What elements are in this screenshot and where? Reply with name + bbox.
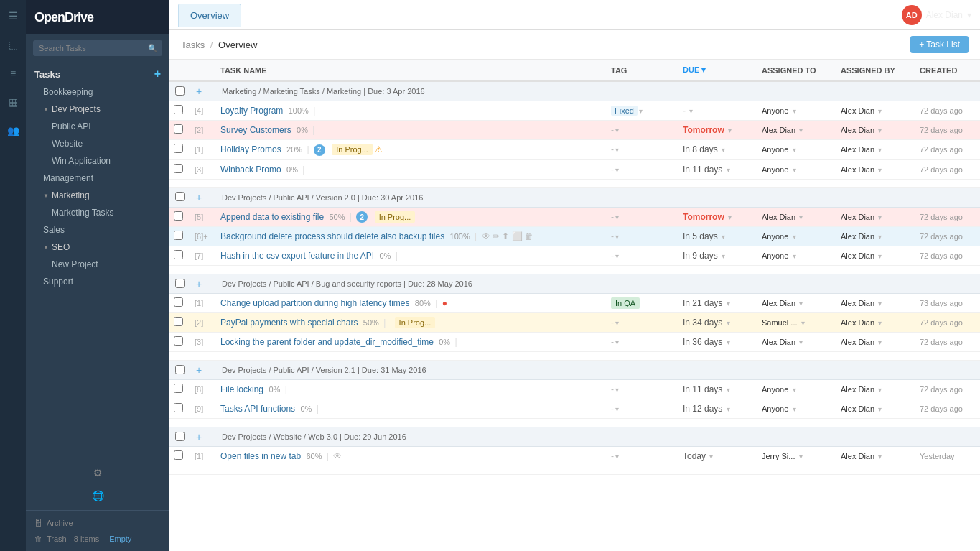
empty-trash-link[interactable]: Empty — [109, 534, 131, 543]
task-name-link[interactable]: Winback Promo — [220, 165, 281, 175]
sidebar-item-sales[interactable]: Sales — [26, 221, 169, 239]
row-checkbox[interactable] — [174, 231, 183, 240]
sidebar-item-public-api[interactable]: Public API — [26, 118, 169, 135]
assigned-by-arrow[interactable]: ▾ — [878, 405, 882, 413]
tag-dropdown-arrow[interactable]: ▾ — [615, 338, 619, 346]
chart-icon[interactable]: ▦ — [6, 93, 21, 111]
list-icon[interactable]: ≡ — [7, 65, 19, 82]
task-table-container[interactable]: TASK NAME TAG DUE ▾ ASSIGNED TO ASSIGNED… — [169, 60, 980, 551]
copy-icon[interactable]: ⬜ — [512, 231, 523, 241]
tag-dropdown-arrow[interactable]: ▾ — [615, 319, 619, 327]
assigned-to-name[interactable]: Anyone — [762, 232, 788, 241]
row-checkbox-cell[interactable] — [169, 399, 190, 419]
sidebar-archive-item[interactable]: 🗄 Archive — [26, 515, 169, 531]
assigned-by-arrow[interactable]: ▾ — [878, 319, 882, 327]
sidebar-item-support[interactable]: Support — [26, 273, 169, 290]
assigned-to-name[interactable]: Anyone — [762, 251, 788, 260]
eye-icon[interactable]: 👁 — [482, 231, 490, 241]
task-name-link[interactable]: Append data to existing file — [220, 212, 324, 222]
edit-icon[interactable]: ✏ — [493, 231, 500, 241]
assigned-to-arrow[interactable]: ▾ — [793, 107, 796, 115]
sidebar-item-management[interactable]: Management — [26, 170, 169, 187]
assigned-to-name[interactable]: Anyone — [762, 106, 788, 115]
row-checkbox[interactable] — [174, 144, 183, 153]
tag-dropdown-arrow[interactable]: ▾ — [615, 213, 619, 221]
due-dropdown-arrow[interactable]: ▾ — [722, 146, 725, 154]
group-add[interactable]: + — [190, 274, 216, 294]
assigned-by-arrow[interactable]: ▾ — [878, 107, 882, 115]
row-checkbox-cell[interactable] — [169, 227, 190, 246]
sidebar-item-new-project[interactable]: New Project — [26, 256, 169, 273]
people-icon[interactable]: 👥 — [4, 122, 22, 139]
user-dropdown-arrow[interactable]: ▾ — [967, 10, 971, 20]
assigned-by-arrow[interactable]: ▾ — [878, 233, 882, 241]
row-checkbox[interactable] — [174, 450, 183, 460]
row-checkbox-cell[interactable] — [169, 313, 190, 333]
tag-dropdown-arrow[interactable]: ▾ — [615, 233, 619, 241]
tag-dropdown-arrow[interactable]: ▾ — [615, 126, 619, 134]
row-checkbox[interactable] — [174, 317, 183, 326]
th-due[interactable]: DUE ▾ — [678, 60, 757, 81]
sidebar-item-marketing[interactable]: ▼ Marketing — [26, 187, 169, 204]
task-name-link[interactable]: Change upload partition during high late… — [220, 298, 410, 308]
due-dropdown-arrow[interactable]: ▾ — [727, 319, 730, 327]
assigned-to-arrow[interactable]: ▾ — [799, 453, 803, 460]
row-checkbox-cell[interactable] — [169, 140, 190, 160]
assigned-to-arrow[interactable]: ▾ — [793, 252, 796, 260]
tag-dropdown-arrow[interactable]: ▾ — [639, 107, 643, 115]
row-checkbox-cell[interactable] — [169, 447, 190, 466]
due-dropdown-arrow[interactable]: ▾ — [727, 405, 730, 413]
group-add[interactable]: + — [190, 361, 216, 380]
due-dropdown-arrow[interactable]: ▾ — [727, 338, 730, 346]
due-dropdown-arrow[interactable]: ▾ — [728, 126, 732, 134]
search-input[interactable] — [33, 40, 162, 56]
row-checkbox-cell[interactable] — [169, 121, 190, 140]
inbox-icon[interactable]: ⬚ — [6, 36, 21, 53]
row-checkbox-cell[interactable] — [169, 207, 190, 227]
group-cb[interactable] — [169, 361, 190, 380]
assigned-to-name[interactable]: Alex Dian — [762, 126, 795, 134]
group-add[interactable]: + — [190, 187, 216, 207]
task-name-link[interactable]: Hash in the csv export feature in the AP… — [220, 251, 374, 261]
row-checkbox-cell[interactable] — [169, 380, 190, 399]
tag-dropdown-arrow[interactable]: ▾ — [615, 166, 619, 174]
row-checkbox-cell[interactable] — [169, 159, 190, 179]
assigned-to-arrow[interactable]: ▾ — [801, 319, 805, 327]
group-checkbox[interactable] — [175, 86, 185, 96]
assigned-to-arrow[interactable]: ▾ — [799, 300, 803, 307]
assigned-to-arrow[interactable]: ▾ — [793, 386, 796, 394]
row-checkbox-cell[interactable] — [169, 294, 190, 313]
tag-dropdown-arrow[interactable]: ▾ — [615, 453, 619, 460]
row-checkbox[interactable] — [174, 403, 183, 412]
group-checkbox[interactable] — [175, 365, 185, 374]
due-dropdown-arrow[interactable]: ▾ — [722, 252, 725, 260]
sidebar-item-bookkeeping[interactable]: Bookkeeping — [26, 83, 169, 101]
row-checkbox[interactable] — [174, 124, 183, 134]
assigned-to-name[interactable]: Anyone — [762, 385, 788, 394]
group-add[interactable]: + — [190, 427, 216, 447]
task-name-link[interactable]: Tasks API functions — [220, 404, 295, 414]
eye-icon[interactable]: 👁 — [333, 451, 342, 461]
sidebar-item-marketing-tasks[interactable]: Marketing Tasks — [26, 204, 169, 221]
tag-dropdown-arrow[interactable]: ▾ — [615, 146, 619, 154]
row-checkbox[interactable] — [174, 164, 183, 173]
share-icon[interactable]: ⬆ — [502, 231, 509, 241]
sidebar-item-dev-projects[interactable]: ▼ Dev Projects — [26, 101, 169, 118]
settings-icon[interactable]: ⚙ — [90, 464, 106, 481]
assigned-to-name[interactable]: Samuel ... — [762, 318, 798, 327]
assigned-to-name[interactable]: Anyone — [762, 165, 788, 174]
breadcrumb-tasks[interactable]: Tasks — [181, 40, 205, 50]
assigned-to-name[interactable]: Alex Dian — [762, 299, 795, 307]
assigned-by-arrow[interactable]: ▾ — [878, 252, 882, 260]
due-dropdown-arrow[interactable]: ▾ — [722, 233, 725, 241]
task-name-link[interactable]: File locking — [220, 384, 263, 394]
group-checkbox[interactable] — [175, 432, 185, 441]
tag-dropdown-arrow[interactable]: ▾ — [615, 252, 619, 260]
group-cb[interactable] — [169, 187, 190, 207]
assigned-by-arrow[interactable]: ▾ — [878, 338, 882, 346]
sidebar-item-seo[interactable]: ▼ SEO — [26, 239, 169, 256]
due-dropdown-arrow[interactable]: ▾ — [689, 107, 693, 115]
row-checkbox[interactable] — [174, 336, 183, 346]
row-checkbox-cell[interactable] — [169, 101, 190, 121]
group-checkbox[interactable] — [175, 279, 185, 288]
